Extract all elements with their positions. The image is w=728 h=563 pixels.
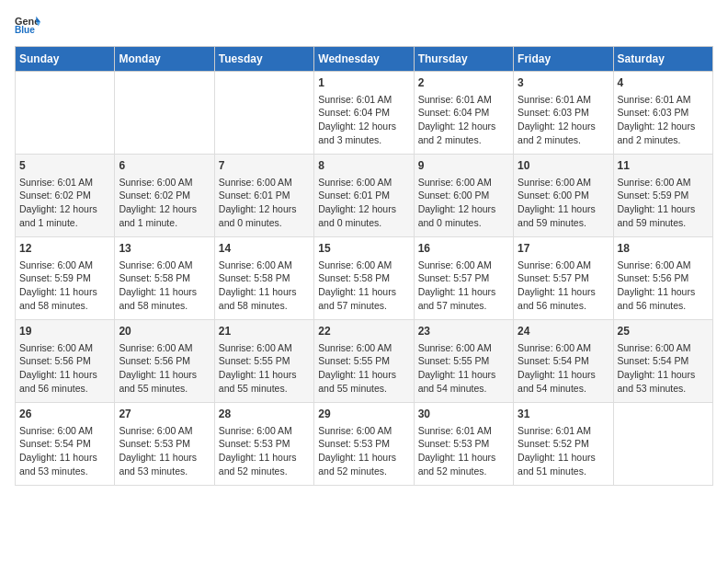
calendar-week-row: 12Sunrise: 6:00 AMSunset: 5:59 PMDayligh… bbox=[16, 237, 713, 320]
day-number: 15 bbox=[318, 241, 409, 257]
weekday-header-cell: Sunday bbox=[16, 47, 115, 72]
calendar-day-cell: 26Sunrise: 6:00 AMSunset: 5:54 PMDayligh… bbox=[16, 403, 115, 486]
calendar-day-cell: 3Sunrise: 6:01 AMSunset: 6:03 PMDaylight… bbox=[514, 72, 613, 155]
logo-icon: General Blue bbox=[15, 15, 40, 35]
day-number: 18 bbox=[618, 241, 709, 257]
calendar-day-cell bbox=[16, 72, 115, 155]
calendar-day-cell: 15Sunrise: 6:00 AMSunset: 5:58 PMDayligh… bbox=[314, 237, 414, 320]
day-info: Sunrise: 6:00 AMSunset: 5:55 PMDaylight:… bbox=[418, 341, 509, 396]
day-number: 20 bbox=[119, 324, 210, 339]
calendar-day-cell: 18Sunrise: 6:00 AMSunset: 5:56 PMDayligh… bbox=[613, 237, 712, 320]
calendar-day-cell bbox=[115, 72, 214, 155]
day-number: 23 bbox=[418, 324, 509, 339]
day-info: Sunrise: 6:00 AMSunset: 5:57 PMDaylight:… bbox=[518, 259, 609, 313]
calendar-day-cell: 5Sunrise: 6:01 AMSunset: 6:02 PMDaylight… bbox=[16, 155, 115, 237]
day-info: Sunrise: 6:00 AMSunset: 5:56 PMDaylight:… bbox=[618, 259, 709, 313]
calendar-day-cell: 31Sunrise: 6:01 AMSunset: 5:52 PMDayligh… bbox=[514, 403, 613, 486]
day-info: Sunrise: 6:00 AMSunset: 5:54 PMDaylight:… bbox=[618, 341, 709, 396]
day-number: 9 bbox=[418, 158, 509, 174]
weekday-header-row: SundayMondayTuesdayWednesdayThursdayFrid… bbox=[16, 47, 713, 72]
page-header: General Blue bbox=[15, 15, 713, 35]
day-number: 16 bbox=[418, 241, 509, 257]
calendar-day-cell: 24Sunrise: 6:00 AMSunset: 5:54 PMDayligh… bbox=[514, 320, 613, 403]
day-number: 27 bbox=[119, 407, 210, 422]
day-number: 4 bbox=[618, 75, 709, 91]
day-number: 21 bbox=[219, 324, 310, 339]
day-info: Sunrise: 6:00 AMSunset: 6:00 PMDaylight:… bbox=[418, 176, 509, 230]
weekday-header-cell: Thursday bbox=[414, 47, 513, 72]
day-info: Sunrise: 6:00 AMSunset: 5:57 PMDaylight:… bbox=[418, 259, 509, 313]
weekday-header-cell: Saturday bbox=[613, 47, 712, 72]
day-info: Sunrise: 6:00 AMSunset: 5:58 PMDaylight:… bbox=[219, 259, 310, 313]
day-info: Sunrise: 6:00 AMSunset: 6:02 PMDaylight:… bbox=[119, 176, 210, 230]
calendar-day-cell: 4Sunrise: 6:01 AMSunset: 6:03 PMDaylight… bbox=[613, 72, 712, 155]
day-info: Sunrise: 6:00 AMSunset: 5:56 PMDaylight:… bbox=[19, 341, 110, 396]
day-info: Sunrise: 6:01 AMSunset: 5:52 PMDaylight:… bbox=[518, 424, 609, 478]
calendar-table: SundayMondayTuesdayWednesdayThursdayFrid… bbox=[15, 46, 713, 486]
weekday-header-cell: Friday bbox=[514, 47, 613, 72]
calendar-day-cell: 25Sunrise: 6:00 AMSunset: 5:54 PMDayligh… bbox=[613, 320, 712, 403]
day-number: 28 bbox=[219, 407, 310, 422]
calendar-day-cell: 16Sunrise: 6:00 AMSunset: 5:57 PMDayligh… bbox=[414, 237, 513, 320]
calendar-day-cell: 10Sunrise: 6:00 AMSunset: 6:00 PMDayligh… bbox=[514, 155, 613, 237]
calendar-day-cell: 19Sunrise: 6:00 AMSunset: 5:56 PMDayligh… bbox=[16, 320, 115, 403]
calendar-day-cell: 28Sunrise: 6:00 AMSunset: 5:53 PMDayligh… bbox=[214, 403, 313, 486]
calendar-day-cell: 14Sunrise: 6:00 AMSunset: 5:58 PMDayligh… bbox=[214, 237, 313, 320]
day-info: Sunrise: 6:00 AMSunset: 5:54 PMDaylight:… bbox=[19, 424, 110, 478]
day-number: 10 bbox=[518, 158, 609, 174]
calendar-body: 1Sunrise: 6:01 AMSunset: 6:04 PMDaylight… bbox=[16, 72, 713, 486]
weekday-header-cell: Monday bbox=[115, 47, 214, 72]
calendar-day-cell: 6Sunrise: 6:00 AMSunset: 6:02 PMDaylight… bbox=[115, 155, 214, 237]
day-info: Sunrise: 6:00 AMSunset: 6:00 PMDaylight:… bbox=[518, 176, 609, 230]
calendar-day-cell: 22Sunrise: 6:00 AMSunset: 5:55 PMDayligh… bbox=[314, 320, 414, 403]
day-number: 7 bbox=[219, 158, 310, 174]
calendar-week-row: 5Sunrise: 6:01 AMSunset: 6:02 PMDaylight… bbox=[16, 155, 713, 237]
day-info: Sunrise: 6:01 AMSunset: 6:03 PMDaylight:… bbox=[618, 93, 709, 147]
day-info: Sunrise: 6:01 AMSunset: 5:53 PMDaylight:… bbox=[418, 424, 509, 478]
calendar-day-cell bbox=[613, 403, 712, 486]
calendar-day-cell: 8Sunrise: 6:00 AMSunset: 6:01 PMDaylight… bbox=[314, 155, 414, 237]
day-info: Sunrise: 6:00 AMSunset: 5:58 PMDaylight:… bbox=[119, 259, 210, 313]
day-number: 19 bbox=[19, 324, 110, 339]
calendar-week-row: 1Sunrise: 6:01 AMSunset: 6:04 PMDaylight… bbox=[16, 72, 713, 155]
calendar-day-cell: 9Sunrise: 6:00 AMSunset: 6:00 PMDaylight… bbox=[414, 155, 513, 237]
calendar-day-cell: 13Sunrise: 6:00 AMSunset: 5:58 PMDayligh… bbox=[115, 237, 214, 320]
calendar-day-cell: 21Sunrise: 6:00 AMSunset: 5:55 PMDayligh… bbox=[214, 320, 313, 403]
day-number: 22 bbox=[318, 324, 409, 339]
day-number: 13 bbox=[119, 241, 210, 257]
day-number: 3 bbox=[518, 75, 609, 91]
day-number: 8 bbox=[318, 158, 409, 174]
calendar-day-cell: 29Sunrise: 6:00 AMSunset: 5:53 PMDayligh… bbox=[314, 403, 414, 486]
calendar-day-cell: 12Sunrise: 6:00 AMSunset: 5:59 PMDayligh… bbox=[16, 237, 115, 320]
day-info: Sunrise: 6:00 AMSunset: 5:53 PMDaylight:… bbox=[318, 424, 409, 478]
day-info: Sunrise: 6:01 AMSunset: 6:04 PMDaylight:… bbox=[318, 93, 409, 147]
day-info: Sunrise: 6:00 AMSunset: 5:55 PMDaylight:… bbox=[219, 341, 310, 396]
calendar-day-cell: 27Sunrise: 6:00 AMSunset: 5:53 PMDayligh… bbox=[115, 403, 214, 486]
day-info: Sunrise: 6:00 AMSunset: 5:54 PMDaylight:… bbox=[518, 341, 609, 396]
day-number: 2 bbox=[418, 75, 509, 91]
calendar-day-cell: 17Sunrise: 6:00 AMSunset: 5:57 PMDayligh… bbox=[514, 237, 613, 320]
day-info: Sunrise: 6:00 AMSunset: 5:55 PMDaylight:… bbox=[318, 341, 409, 396]
day-number: 5 bbox=[19, 158, 110, 174]
day-number: 14 bbox=[219, 241, 310, 257]
day-info: Sunrise: 6:00 AMSunset: 5:59 PMDaylight:… bbox=[618, 176, 709, 230]
day-number: 1 bbox=[318, 75, 409, 91]
weekday-header-cell: Tuesday bbox=[214, 47, 313, 72]
day-info: Sunrise: 6:00 AMSunset: 6:01 PMDaylight:… bbox=[219, 176, 310, 230]
day-number: 31 bbox=[518, 407, 609, 422]
day-info: Sunrise: 6:00 AMSunset: 5:56 PMDaylight:… bbox=[119, 341, 210, 396]
calendar-day-cell: 20Sunrise: 6:00 AMSunset: 5:56 PMDayligh… bbox=[115, 320, 214, 403]
svg-text:Blue: Blue bbox=[15, 25, 35, 35]
day-number: 25 bbox=[618, 324, 709, 339]
day-info: Sunrise: 6:00 AMSunset: 5:58 PMDaylight:… bbox=[318, 259, 409, 313]
day-number: 29 bbox=[318, 407, 409, 422]
day-number: 17 bbox=[518, 241, 609, 257]
calendar-day-cell: 11Sunrise: 6:00 AMSunset: 5:59 PMDayligh… bbox=[613, 155, 712, 237]
calendar-day-cell: 23Sunrise: 6:00 AMSunset: 5:55 PMDayligh… bbox=[414, 320, 513, 403]
day-number: 26 bbox=[19, 407, 110, 422]
logo: General Blue bbox=[15, 15, 44, 35]
calendar-day-cell: 1Sunrise: 6:01 AMSunset: 6:04 PMDaylight… bbox=[314, 72, 414, 155]
day-info: Sunrise: 6:00 AMSunset: 6:01 PMDaylight:… bbox=[318, 176, 409, 230]
day-number: 12 bbox=[19, 241, 110, 257]
weekday-header-cell: Wednesday bbox=[314, 47, 414, 72]
